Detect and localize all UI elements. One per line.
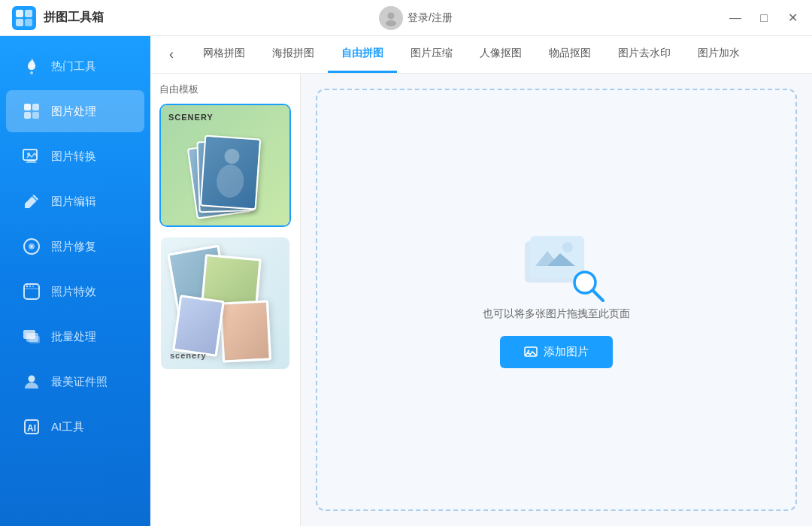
sidebar-label-hot-tools: 热门工具	[51, 59, 96, 74]
svg-point-20	[32, 286, 34, 287]
photo-effect-icon	[21, 281, 42, 302]
drop-zone-icon	[519, 232, 594, 295]
avatar	[379, 6, 403, 30]
photo-card-1-3	[199, 135, 260, 210]
sidebar-label-ai-tools: AI工具	[51, 420, 84, 434]
maximize-button[interactable]: □	[756, 12, 771, 24]
sidebar-item-image-edit[interactable]: 图片编辑	[6, 180, 144, 222]
photo-repair-icon	[21, 236, 42, 257]
tab-bar: ‹ 网格拼图 海报拼图 自由拼图 图片压缩 人像抠图 物品抠图 图片去水印 图片…	[150, 36, 812, 74]
image-convert-icon	[21, 146, 42, 167]
sidebar-item-id-photo[interactable]: 最美证件照	[6, 361, 144, 403]
template-label-1: Scenery	[168, 113, 214, 122]
svg-point-28	[215, 164, 244, 198]
sidebar-label-photo-effect: 照片特效	[51, 285, 96, 299]
scattered-photo-3	[220, 300, 271, 362]
batch-process-icon	[21, 326, 42, 347]
template-panel: 自由模板 Scenery	[150, 74, 301, 526]
tab-image-compress[interactable]: 图片压缩	[397, 36, 466, 73]
template-section-title: 自由模板	[159, 83, 291, 96]
sidebar-item-batch-process[interactable]: 批量处理	[6, 316, 144, 358]
svg-point-31	[562, 242, 573, 252]
app-logo-icon	[12, 6, 36, 30]
title-bar-right: — □ ✕	[728, 12, 800, 24]
sidebar-item-ai-tools[interactable]: AI AI工具	[6, 406, 144, 448]
photo-stack-1	[192, 137, 259, 219]
id-photo-icon	[21, 371, 42, 392]
title-bar-center: 登录/注册	[104, 6, 728, 30]
add-image-button[interactable]: 添加图片	[500, 336, 613, 368]
sidebar-label-image-edit: 图片编辑	[51, 195, 96, 209]
close-button[interactable]: ✕	[785, 12, 800, 24]
svg-point-27	[223, 148, 239, 164]
tab-object-cutout[interactable]: 物品抠图	[535, 36, 604, 73]
back-button[interactable]: ‹	[158, 41, 185, 68]
sidebar-item-hot-tools[interactable]: 热门工具	[6, 45, 144, 87]
svg-point-24	[29, 376, 35, 382]
sidebar-label-image-process: 图片处理	[51, 104, 96, 119]
image-edit-icon	[21, 191, 42, 212]
svg-line-33	[592, 290, 603, 301]
panel-body: 自由模板 Scenery	[150, 74, 812, 526]
content-area: ‹ 网格拼图 海报拼图 自由拼图 图片压缩 人像抠图 物品抠图 图片去水印 图片…	[150, 36, 812, 526]
title-bar: 拼图工具箱 登录/注册 — □ ✕	[0, 0, 812, 36]
sidebar-item-photo-repair[interactable]: 照片修复	[6, 225, 144, 268]
svg-rect-2	[25, 10, 32, 17]
tab-grid-collage[interactable]: 网格拼图	[189, 36, 259, 73]
tab-watermark-remove[interactable]: 图片去水印	[604, 36, 684, 73]
svg-point-7	[30, 71, 33, 74]
tab-portrait-cutout[interactable]: 人像抠图	[466, 36, 535, 73]
sidebar-item-photo-effect[interactable]: 照片特效	[6, 271, 144, 313]
sidebar-label-photo-repair: 照片修复	[51, 240, 96, 254]
title-bar-left: 拼图工具箱	[12, 6, 104, 30]
main-layout: 热门工具 图片处理 图片转换	[0, 36, 812, 526]
scattered-photo-4	[172, 295, 225, 357]
search-overlay-icon	[571, 269, 605, 303]
template-preview-2: scenery	[161, 237, 289, 369]
add-image-label: 添加图片	[544, 345, 589, 359]
sidebar-label-image-convert: 图片转换	[51, 150, 96, 164]
minimize-button[interactable]: —	[728, 12, 743, 24]
svg-rect-8	[24, 104, 31, 110]
template-preview-1: Scenery	[161, 105, 289, 225]
svg-rect-3	[16, 19, 23, 26]
svg-point-6	[386, 20, 396, 26]
drop-zone-hint-text: 也可以将多张图片拖拽至此页面	[483, 307, 630, 321]
login-text: 登录/注册	[408, 11, 453, 25]
ai-tools-icon: AI	[21, 416, 42, 437]
sidebar-label-batch-process: 批量处理	[51, 330, 96, 344]
add-image-icon	[524, 345, 538, 358]
svg-point-16	[31, 246, 33, 248]
svg-point-5	[388, 12, 395, 19]
template-card-2[interactable]: scenery	[159, 236, 291, 370]
sidebar-item-image-convert[interactable]: 图片转换	[6, 135, 144, 177]
tab-image-watermark[interactable]: 图片加水	[684, 36, 753, 73]
sidebar-item-image-process[interactable]: 图片处理	[6, 90, 144, 132]
sidebar: 热门工具 图片处理 图片转换	[0, 36, 150, 526]
hot-tools-icon	[21, 56, 42, 77]
svg-rect-9	[32, 104, 39, 110]
drop-zone[interactable]: 也可以将多张图片拖拽至此页面 添加图片	[316, 89, 797, 511]
user-area[interactable]: 登录/注册	[379, 6, 453, 30]
template-card-1[interactable]: Scenery	[159, 104, 291, 227]
svg-rect-1	[16, 10, 23, 17]
template-label-2: scenery	[170, 351, 207, 360]
svg-rect-10	[24, 112, 31, 119]
svg-rect-4	[25, 19, 32, 26]
image-process-icon	[21, 101, 42, 122]
tab-free-collage[interactable]: 自由拼图	[328, 36, 397, 73]
app-title: 拼图工具箱	[44, 10, 104, 26]
tab-poster-collage[interactable]: 海报拼图	[259, 36, 328, 73]
sidebar-label-id-photo: 最美证件照	[51, 375, 108, 389]
svg-rect-11	[32, 112, 39, 119]
svg-rect-0	[12, 6, 36, 30]
svg-text:AI: AI	[27, 423, 36, 434]
svg-rect-23	[29, 336, 40, 343]
svg-point-19	[29, 286, 31, 287]
svg-point-18	[26, 286, 28, 287]
